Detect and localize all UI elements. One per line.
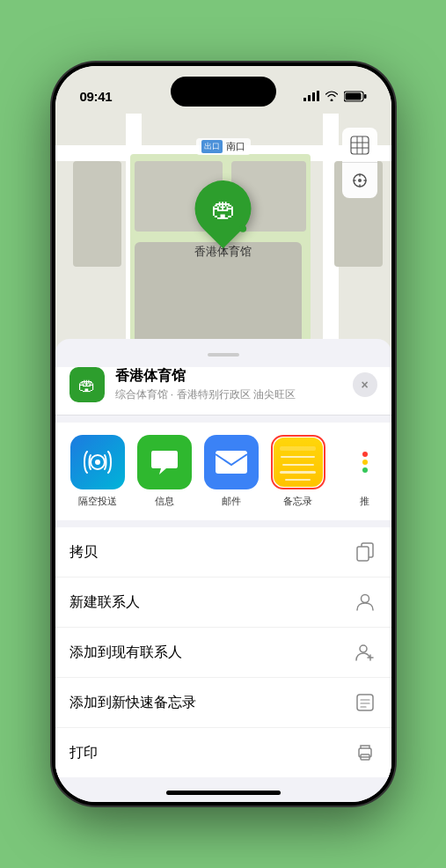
- signal-icon: [303, 91, 319, 101]
- action-new-contact-label: 新建联系人: [69, 593, 140, 612]
- messages-label: 信息: [155, 495, 174, 508]
- share-messages[interactable]: 信息: [136, 435, 193, 508]
- more-label: 推: [360, 495, 369, 508]
- home-indicator: [166, 791, 281, 795]
- action-print-label: 打印: [69, 744, 98, 762]
- bottom-sheet: 🏟 香港体育馆 综合体育馆 · 香港特别行政区 油尖旺区 ×: [55, 339, 391, 802]
- airdrop-label: 隔空投送: [78, 495, 117, 508]
- status-time: 09:41: [80, 89, 113, 104]
- map-label: 出口 南口: [196, 138, 251, 155]
- svg-point-11: [95, 460, 100, 465]
- note-add-icon: [353, 690, 377, 715]
- print-icon: [353, 740, 377, 765]
- location-info: 香港体育馆 综合体育馆 · 香港特别行政区 油尖旺区: [115, 367, 353, 402]
- action-copy[interactable]: 拷贝: [55, 527, 391, 577]
- location-name: 香港体育馆: [115, 367, 353, 386]
- action-add-contact-label: 添加到现有联系人: [69, 644, 182, 662]
- map-type-icon: [350, 136, 369, 155]
- status-icons: [303, 91, 367, 102]
- airdrop-svg: [82, 446, 113, 478]
- action-list: 拷贝 新建联系人: [55, 527, 391, 777]
- svg-point-9: [358, 179, 362, 182]
- svg-point-16: [360, 645, 367, 652]
- svg-point-15: [361, 595, 369, 603]
- home-indicator-space: [55, 777, 391, 802]
- phone-frame: 09:41: [52, 63, 395, 805]
- action-add-contact[interactable]: 添加到现有联系人: [55, 628, 391, 678]
- svg-rect-6: [345, 92, 361, 99]
- svg-rect-7: [351, 136, 369, 154]
- map-controls: [342, 128, 377, 198]
- mail-svg: [214, 449, 249, 475]
- close-button[interactable]: ×: [353, 372, 377, 397]
- svg-rect-3: [317, 91, 319, 101]
- svg-rect-5: [364, 94, 367, 99]
- dynamic-island: [171, 77, 276, 107]
- map-label-text: 南口: [226, 140, 245, 153]
- svg-rect-17: [357, 695, 373, 710]
- mail-label: 邮件: [222, 495, 241, 508]
- location-button[interactable]: [342, 163, 377, 198]
- svg-rect-12: [216, 451, 247, 474]
- action-print[interactable]: 打印: [55, 728, 391, 777]
- map-type-button[interactable]: [342, 128, 377, 163]
- battery-icon: [344, 91, 367, 102]
- compass-icon: [352, 173, 368, 188]
- share-mail[interactable]: 邮件: [203, 435, 260, 508]
- phone-screen: 09:41: [55, 66, 391, 802]
- more-dots-container: [347, 435, 383, 489]
- airdrop-icon: [70, 435, 125, 489]
- notes-label: 备忘录: [283, 495, 312, 508]
- wifi-icon: [325, 91, 339, 101]
- person-icon: [353, 590, 377, 614]
- location-subtitle: 综合体育馆 · 香港特别行政区 油尖旺区: [115, 387, 353, 402]
- stadium-icon: 🏟: [211, 195, 236, 224]
- pin-circle: 🏟: [183, 169, 263, 249]
- action-copy-label: 拷贝: [69, 543, 98, 562]
- svg-rect-2: [312, 92, 315, 101]
- dot-yellow: [362, 460, 368, 465]
- share-more[interactable]: 推: [337, 435, 391, 508]
- notes-inner: [274, 438, 323, 487]
- notes-icon: [271, 435, 325, 489]
- messages-icon: [137, 435, 192, 489]
- map-label-badge: 出口: [201, 140, 223, 153]
- dot-red: [362, 452, 368, 457]
- svg-rect-14: [357, 547, 369, 561]
- mail-icon: [204, 435, 259, 489]
- action-new-contact[interactable]: 新建联系人: [55, 577, 391, 628]
- share-row: 隔空投送 信息: [55, 423, 391, 520]
- sheet-handle: [208, 353, 239, 357]
- dot-green: [362, 467, 368, 473]
- share-notes[interactable]: 备忘录: [270, 435, 326, 508]
- location-venue-icon: 🏟: [69, 367, 105, 402]
- svg-rect-0: [303, 98, 306, 101]
- messages-svg: [148, 445, 181, 479]
- share-airdrop[interactable]: 隔空投送: [69, 435, 126, 508]
- location-header: 🏟 香港体育馆 综合体育馆 · 香港特别行政区 油尖旺区 ×: [55, 367, 391, 416]
- location-pin: 🏟 香港体育馆: [194, 180, 252, 260]
- svg-rect-1: [308, 95, 311, 101]
- action-add-note[interactable]: 添加到新快速备忘录: [55, 678, 391, 728]
- person-add-icon: [353, 640, 377, 665]
- copy-icon: [353, 540, 377, 564]
- action-add-note-label: 添加到新快速备忘录: [69, 694, 196, 712]
